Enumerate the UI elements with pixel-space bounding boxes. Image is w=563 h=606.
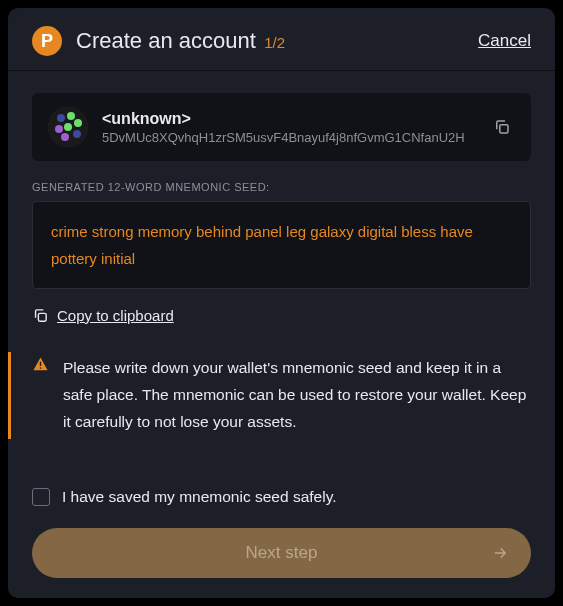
mnemonic-seed-box: crime strong memory behind panel leg gal…	[32, 201, 531, 289]
svg-point-2	[67, 112, 75, 120]
title-text: Create an account	[76, 28, 256, 53]
account-name: <unknown>	[102, 110, 475, 128]
svg-point-4	[55, 125, 63, 133]
svg-rect-8	[500, 125, 508, 133]
svg-point-3	[74, 119, 82, 127]
app-logo-icon: P	[32, 26, 62, 56]
seed-saved-checkbox-row[interactable]: I have saved my mnemonic seed safely.	[32, 488, 531, 506]
spacer	[32, 439, 531, 468]
svg-point-6	[73, 130, 81, 138]
svg-rect-9	[38, 313, 46, 321]
svg-rect-11	[40, 367, 41, 368]
checkbox-label: I have saved my mnemonic seed safely.	[62, 488, 337, 506]
svg-rect-10	[40, 362, 41, 366]
cancel-link[interactable]: Cancel	[478, 31, 531, 51]
warning-text: Please write down your wallet's mnemonic…	[63, 354, 531, 435]
svg-point-7	[61, 133, 69, 141]
copy-icon	[32, 307, 49, 324]
next-step-label: Next step	[246, 543, 318, 563]
account-card: <unknown> 5DvMUc8XQvhqH1zrSM5usvF4Bnayuf…	[32, 93, 531, 161]
header: P Create an account 1/2 Cancel	[8, 8, 555, 70]
next-step-button[interactable]: Next step	[32, 528, 531, 578]
create-account-window: P Create an account 1/2 Cancel	[8, 8, 555, 598]
warning-banner: Please write down your wallet's mnemonic…	[8, 352, 531, 439]
account-info: <unknown> 5DvMUc8XQvhqH1zrSM5usvF4Bnayuf…	[102, 110, 475, 145]
svg-point-5	[64, 123, 72, 131]
identicon-icon	[48, 107, 88, 147]
content: <unknown> 5DvMUc8XQvhqH1zrSM5usvF4Bnayuf…	[8, 71, 555, 598]
checkbox-icon	[32, 488, 50, 506]
page-title: Create an account 1/2	[76, 28, 285, 54]
arrow-right-icon	[491, 544, 509, 562]
account-address: 5DvMUc8XQvhqH1zrSM5usvF4Bnayuf4j8nfGvmG1…	[102, 130, 475, 145]
copy-icon	[493, 118, 511, 136]
seed-section-label: GENERATED 12-WORD MNEMONIC SEED:	[32, 181, 531, 193]
copy-address-button[interactable]	[489, 114, 515, 140]
warning-icon	[32, 356, 49, 435]
copy-clipboard-label: Copy to clipboard	[57, 307, 174, 324]
copy-to-clipboard-button[interactable]: Copy to clipboard	[32, 307, 531, 324]
step-indicator: 1/2	[264, 34, 285, 51]
svg-point-1	[57, 114, 65, 122]
